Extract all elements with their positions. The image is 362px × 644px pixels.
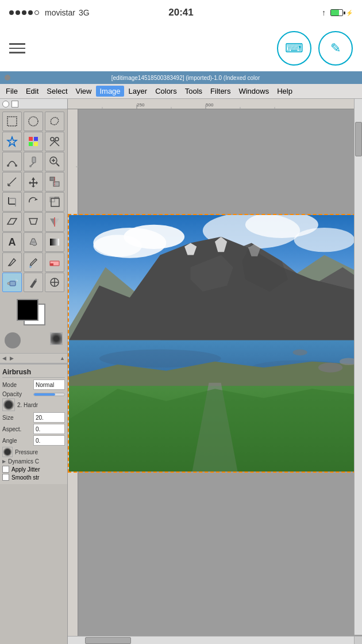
svg-point-49 xyxy=(17,280,18,282)
move-tool[interactable] xyxy=(24,172,43,191)
battery-fill xyxy=(331,10,339,16)
expand-icon: ▶ xyxy=(2,459,6,464)
zoom-tool[interactable] xyxy=(45,152,64,171)
apply-jitter-row[interactable]: Apply Jitter xyxy=(2,466,65,473)
v-scroll-thumb[interactable] xyxy=(355,122,362,156)
menu-filters[interactable]: Filters xyxy=(207,86,234,97)
svg-rect-0 xyxy=(7,117,17,126)
mini-rect xyxy=(11,101,18,108)
paths-tool[interactable] xyxy=(2,152,22,171)
svg-rect-3 xyxy=(29,137,33,141)
paintbrush-tool[interactable] xyxy=(24,252,43,272)
color-picker-tool[interactable] xyxy=(24,152,43,171)
crop-tool[interactable] xyxy=(2,192,22,212)
ink-tool[interactable] xyxy=(24,273,43,292)
svg-rect-40 xyxy=(50,239,59,246)
apply-jitter-checkbox[interactable] xyxy=(2,466,9,473)
eraser-tool[interactable] xyxy=(45,252,64,272)
menu-windows[interactable]: Windows xyxy=(235,86,272,97)
smooth-str-row[interactable]: Smooth str xyxy=(2,474,65,481)
color-select-tool[interactable] xyxy=(24,132,43,151)
brush-preview[interactable] xyxy=(2,398,15,411)
svg-rect-6 xyxy=(34,142,38,146)
aspect-value-box[interactable]: 0. xyxy=(33,424,65,434)
hamburger-line2 xyxy=(9,48,25,49)
dynamics-value: Pressure xyxy=(15,449,38,455)
color-swatch-container[interactable] xyxy=(17,299,51,328)
svg-text:250: 250 xyxy=(137,102,145,108)
aspect-value: 0. xyxy=(36,426,40,432)
brush-size-indicator[interactable] xyxy=(5,332,21,348)
hamburger-menu[interactable] xyxy=(9,43,25,53)
scale-tool[interactable] xyxy=(45,192,64,212)
small-brush-indicator[interactable] xyxy=(50,332,63,345)
brush-value: 2. Hardr xyxy=(17,402,38,408)
menu-image[interactable]: Image xyxy=(96,86,124,97)
svg-marker-31 xyxy=(34,198,38,201)
svg-marker-2 xyxy=(7,137,17,146)
svg-rect-46 xyxy=(10,281,16,286)
right-arrow-icon: ▶ xyxy=(10,355,14,361)
keyboard-button[interactable]: ⌨ xyxy=(277,31,311,66)
opacity-slider[interactable] xyxy=(33,393,65,396)
scissors-tool[interactable] xyxy=(45,132,64,151)
menu-select[interactable]: Select xyxy=(43,86,71,97)
vertical-scrollbar[interactable] xyxy=(354,99,362,635)
svg-marker-35 xyxy=(7,218,17,224)
rect-select-tool[interactable] xyxy=(2,112,22,131)
measure-tool[interactable] xyxy=(2,172,22,191)
mode-select[interactable]: Normal xyxy=(33,379,65,390)
size-value: 20. xyxy=(36,415,44,421)
menu-edit[interactable]: Edit xyxy=(22,86,42,97)
airbrush-tool[interactable] xyxy=(2,273,22,292)
horizontal-scrollbar[interactable] xyxy=(68,636,354,644)
bucket-fill-tool[interactable] xyxy=(24,232,43,252)
left-arrow-icon: ◀ xyxy=(2,355,6,361)
menu-help[interactable]: Help xyxy=(274,86,296,97)
tool-options-mini xyxy=(0,99,67,109)
pencil-tool[interactable] xyxy=(2,252,22,272)
tool-grid: A xyxy=(0,109,67,294)
menu-layer[interactable]: Layer xyxy=(125,86,151,97)
menu-view[interactable]: View xyxy=(72,86,95,97)
panel-expand-bar[interactable]: ◀ ▶ ▲ xyxy=(0,353,67,363)
dynamics-icon xyxy=(2,447,13,457)
lasso-tool[interactable] xyxy=(45,112,64,131)
edit-button[interactable]: ✎ xyxy=(318,31,353,66)
ellipse-select-tool[interactable] xyxy=(24,112,43,131)
perspective-tool[interactable] xyxy=(24,212,43,232)
svg-line-20 xyxy=(8,178,16,186)
text-tool[interactable]: A xyxy=(2,232,22,252)
menu-tools[interactable]: Tools xyxy=(182,86,206,97)
fuzzy-select-tool[interactable] xyxy=(2,132,22,151)
flip-tool[interactable] xyxy=(45,212,64,232)
mountain-scene-svg xyxy=(69,215,361,471)
rotate-tool[interactable] xyxy=(24,192,43,212)
clone-tool[interactable] xyxy=(45,273,64,292)
h-scroll-thumb[interactable] xyxy=(85,637,131,644)
smooth-str-checkbox[interactable] xyxy=(2,474,9,481)
top-icons-right: ⌨ ✎ xyxy=(277,31,353,66)
svg-point-11 xyxy=(7,164,9,167)
mode-row: Mode Normal xyxy=(2,379,65,390)
size-value-box[interactable]: 20. xyxy=(33,412,65,423)
network-label: 3G xyxy=(79,8,90,17)
blend-tool[interactable] xyxy=(45,232,64,252)
svg-marker-36 xyxy=(29,218,37,224)
toolbox: A xyxy=(0,99,68,644)
foreground-color-swatch[interactable] xyxy=(17,299,38,321)
menu-colors[interactable]: Colors xyxy=(152,86,180,97)
opacity-row: Opacity xyxy=(2,391,65,397)
close-dot[interactable] xyxy=(5,75,10,80)
status-left: movistar 3G xyxy=(9,8,90,17)
menu-file[interactable]: File xyxy=(2,86,21,97)
text-tool-label: A xyxy=(9,236,16,248)
canvas-area[interactable]: 250 500 250 500 750 xyxy=(68,99,362,644)
svg-point-97 xyxy=(292,350,307,356)
shear-tool[interactable] xyxy=(2,212,22,232)
angle-value-box[interactable]: 0. xyxy=(33,435,65,446)
svg-point-15 xyxy=(29,165,32,167)
svg-point-47 xyxy=(7,282,10,285)
svg-text:500: 500 xyxy=(206,102,214,108)
align-tool[interactable] xyxy=(45,172,64,191)
